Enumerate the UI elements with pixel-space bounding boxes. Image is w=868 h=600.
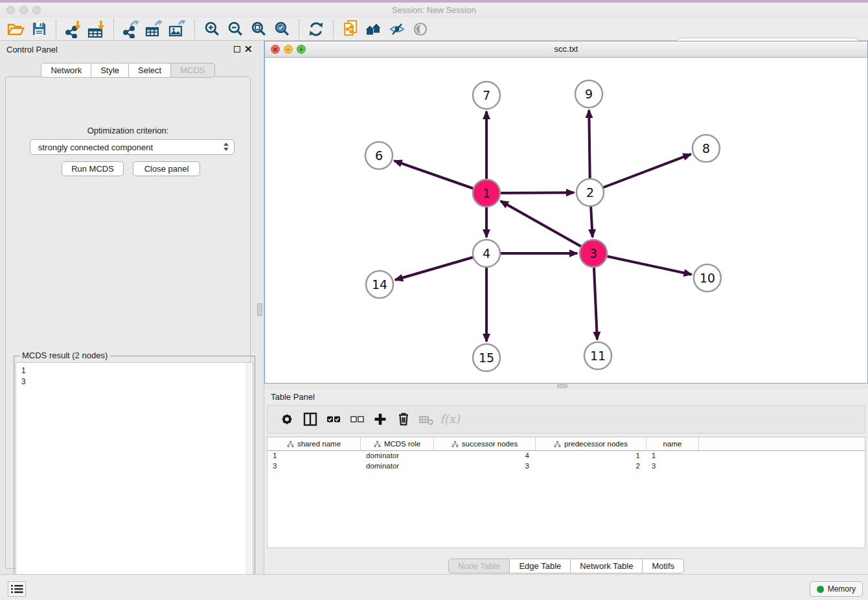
export-image-button[interactable]	[166, 18, 189, 40]
import-table-button[interactable]	[85, 18, 108, 40]
float-panel-icon[interactable]	[234, 46, 240, 52]
table-cell[interactable]: dominator	[361, 451, 434, 461]
table-header-row: shared nameMCDS rolesuccessor nodesprede…	[268, 437, 865, 451]
tab-motifs[interactable]: Motifs	[643, 559, 684, 573]
criterion-dropdown[interactable]: strongly connected component	[30, 139, 234, 155]
window-title: Session: New Session	[0, 5, 868, 15]
import-network-button[interactable]	[62, 18, 85, 40]
unselect-all-columns-button[interactable]	[345, 408, 369, 431]
hide-panels-button[interactable]	[385, 18, 409, 40]
table-row[interactable]: 3dominator323	[268, 461, 865, 472]
table-panel-title: Table Panel	[271, 392, 315, 402]
column-header-shared-name[interactable]: shared name	[268, 437, 361, 450]
node-2[interactable]: 2	[577, 179, 604, 206]
tab-network[interactable]: Network	[41, 63, 91, 78]
column-header-label: name	[663, 440, 682, 448]
node-15[interactable]: 15	[473, 344, 500, 371]
node-6[interactable]: 6	[365, 142, 393, 169]
close-panel-icon[interactable]: ✕	[244, 43, 253, 55]
node-10[interactable]: 10	[694, 264, 721, 292]
status-bar: Memory	[0, 574, 868, 600]
table-cell[interactable]: 3	[434, 461, 536, 472]
zoom-out-button[interactable]	[223, 18, 247, 40]
list-icon	[11, 584, 23, 594]
table-cell[interactable]: 1	[536, 451, 646, 461]
table-settings-button[interactable]	[275, 408, 299, 431]
node-3[interactable]: 3	[580, 240, 607, 267]
close-panel-button[interactable]: Close panel	[133, 161, 200, 176]
node-1[interactable]: 1	[473, 179, 500, 207]
function-builder-button[interactable]: f(x)	[439, 408, 462, 431]
tab-style[interactable]: Style	[91, 63, 129, 78]
network-canvas[interactable]: 7968124314101511	[265, 58, 867, 383]
table-cell[interactable]: 4	[434, 451, 536, 461]
zoom-selected-button[interactable]	[270, 18, 293, 40]
horizontal-splitter[interactable]	[264, 384, 868, 389]
svg-text:14: 14	[372, 277, 387, 292]
attribute-icon	[287, 441, 294, 448]
node-4[interactable]: 4	[473, 240, 500, 267]
gear-icon	[279, 411, 295, 427]
save-session-button[interactable]	[27, 18, 51, 40]
splitter-handle[interactable]	[257, 303, 262, 316]
create-column-button[interactable]	[369, 408, 392, 431]
attribute-icon	[374, 441, 381, 448]
zoom-fit-button[interactable]	[247, 18, 270, 40]
splitter-handle[interactable]	[557, 384, 567, 388]
memory-button[interactable]: Memory	[810, 581, 863, 597]
table-cell[interactable]: 1	[646, 451, 699, 461]
select-all-icon	[326, 411, 341, 427]
zoom-in-button[interactable]	[200, 18, 223, 40]
delete-table-button[interactable]	[415, 408, 439, 431]
show-columns-button[interactable]	[299, 408, 322, 431]
refresh-view-button[interactable]	[304, 18, 328, 40]
edge-3-1[interactable]	[501, 201, 593, 253]
column-header-MCDS-role[interactable]: MCDS role	[361, 437, 434, 450]
network-titlebar[interactable]: ✕ − + scc.txt	[265, 41, 867, 58]
delete-table-icon	[418, 411, 435, 427]
svg-text:3: 3	[589, 246, 597, 260]
export-network-button[interactable]	[119, 18, 143, 40]
toolbar-separator	[56, 19, 56, 39]
edge-1-6[interactable]	[394, 161, 486, 193]
tab-select[interactable]: Select	[129, 63, 171, 78]
open-session-button[interactable]	[4, 18, 27, 40]
table-cell[interactable]: 2	[536, 461, 646, 472]
node-8[interactable]: 8	[692, 135, 720, 162]
dropdown-stepper-icon	[223, 143, 229, 151]
table-row[interactable]: 1dominator411	[268, 451, 865, 461]
table-cell[interactable]: 3	[646, 461, 699, 472]
clone-network-button[interactable]	[339, 18, 362, 40]
node-7[interactable]: 7	[473, 82, 500, 109]
node-table: shared nameMCDS rolesuccessor nodesprede…	[267, 437, 865, 548]
tab-network-table[interactable]: Network Table	[571, 559, 643, 573]
vertical-splitter[interactable]	[256, 41, 264, 574]
edge-3-10[interactable]	[593, 253, 692, 275]
select-all-columns-button[interactable]	[322, 408, 345, 431]
toolbar-separator	[299, 19, 299, 39]
node-11[interactable]: 11	[584, 342, 611, 369]
column-header-successor-nodes[interactable]: successor nodes	[434, 437, 536, 450]
mcds-result-list[interactable]: 1 3	[16, 362, 253, 599]
table-body: 1dominator4113dominator323	[268, 451, 865, 472]
table-cell[interactable]: 3	[268, 461, 361, 472]
column-header-name[interactable]: name	[646, 437, 699, 450]
delete-columns-button[interactable]	[392, 408, 415, 431]
tab-node-table[interactable]: Node Table	[448, 559, 510, 573]
tab-mcds[interactable]: MCDS	[171, 63, 214, 78]
export-table-button[interactable]	[143, 18, 166, 40]
node-14[interactable]: 14	[366, 271, 393, 298]
svg-text:1: 1	[483, 186, 490, 200]
show-panels-button[interactable]	[409, 18, 432, 40]
reset-layout-button[interactable]	[362, 18, 385, 40]
scrollbar[interactable]	[246, 363, 253, 599]
node-9[interactable]: 9	[575, 80, 602, 108]
tab-edge-table[interactable]: Edge Table	[510, 559, 571, 573]
column-header-predecessor-nodes[interactable]: predecessor nodes	[536, 437, 646, 450]
main-titlebar: Session: New Session	[0, 3, 868, 17]
table-cell[interactable]: 1	[268, 451, 361, 461]
run-mcds-button[interactable]: Run MCDS	[62, 161, 124, 176]
task-history-button[interactable]	[8, 581, 26, 597]
table-cell[interactable]: dominator	[361, 461, 434, 472]
edge-2-8[interactable]	[590, 154, 691, 192]
